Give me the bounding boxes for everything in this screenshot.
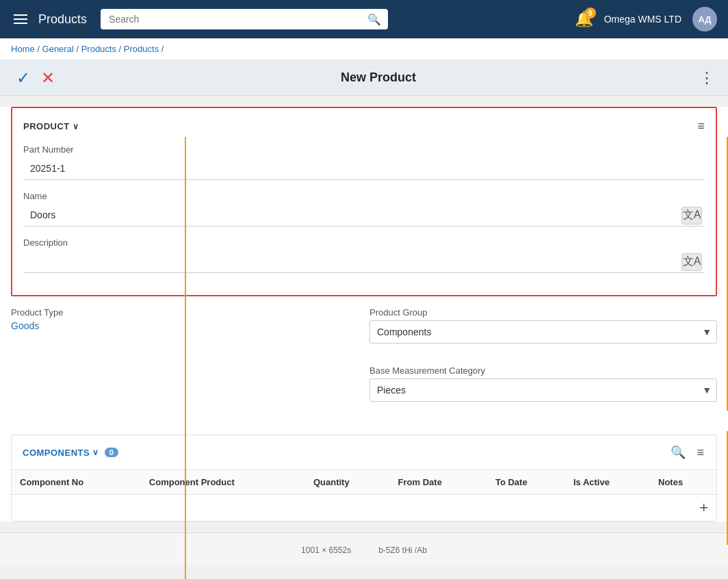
page-wrapper: ✓ ✕ New Product ⋮ PRODUCT ∨ ≡ Part Numbe… bbox=[0, 60, 728, 567]
breadcrumb-general[interactable]: General bbox=[42, 44, 74, 54]
product-section: PRODUCT ∨ ≡ Part Number Name 文A Des bbox=[11, 107, 717, 296]
name-input-wrapper: 文A bbox=[23, 204, 705, 227]
company-name: Omega WMS LTD bbox=[604, 14, 681, 25]
add-component-button[interactable]: + bbox=[699, 500, 708, 515]
bottom-hint-bar: 1001 × 6552s b-5Z6 tHi /Ab bbox=[0, 532, 728, 567]
save-button[interactable]: ✓ bbox=[14, 66, 33, 90]
base-measurement-select[interactable]: Pieces Kilograms Liters bbox=[369, 378, 717, 402]
part-number-field: Part Number bbox=[23, 144, 705, 180]
components-chevron-icon: ∨ bbox=[92, 448, 99, 457]
components-header: COMPONENTS ∨ 0 🔍 ≡ bbox=[12, 435, 716, 470]
col-quantity: Quantity bbox=[305, 470, 390, 495]
header-actions: ✓ ✕ bbox=[14, 66, 57, 90]
product-section-title[interactable]: PRODUCT ∨ bbox=[23, 121, 79, 131]
table-header-row: Component No Component Product Quantity … bbox=[12, 470, 716, 495]
chevron-down-icon: ∨ bbox=[73, 122, 79, 131]
description-field: Description 文A bbox=[23, 237, 705, 273]
form-body: PRODUCT ∨ ≡ Part Number Name 文A Des bbox=[0, 107, 728, 522]
product-type-link[interactable]: Goods bbox=[11, 320, 39, 331]
add-row-container: + bbox=[12, 495, 716, 521]
product-type-label: Product Type bbox=[11, 307, 359, 318]
name-input[interactable] bbox=[23, 204, 705, 227]
top-nav: Products 🔍 🔔 9 Omega WMS LTD АД bbox=[0, 0, 728, 38]
base-measurement-field: Base Measurement Category Pieces Kilogra… bbox=[369, 365, 717, 402]
col-to-date: To Date bbox=[487, 470, 565, 495]
col-component-product: Component Product bbox=[141, 470, 305, 495]
components-menu-button[interactable]: ≡ bbox=[695, 444, 705, 461]
base-measurement-select-wrapper: Pieces Kilograms Liters ▼ bbox=[369, 378, 717, 402]
col-notes: Notes bbox=[650, 470, 716, 495]
notifications-bell[interactable]: 🔔 9 bbox=[575, 10, 593, 28]
fields-row-2: Base Measurement Category Pieces Kilogra… bbox=[0, 365, 728, 424]
col-from-date: From Date bbox=[390, 470, 487, 495]
app-title: Products bbox=[38, 12, 87, 27]
breadcrumb-home[interactable]: Home bbox=[11, 44, 35, 54]
part-number-input[interactable] bbox=[23, 157, 705, 180]
description-label: Description bbox=[23, 237, 705, 248]
breadcrumb-products-1[interactable]: Products bbox=[81, 44, 116, 54]
components-count-badge: 0 bbox=[105, 448, 118, 457]
hamburger-menu[interactable] bbox=[11, 12, 30, 27]
section-header: PRODUCT ∨ ≡ bbox=[23, 119, 705, 133]
fields-row-1: Product Type Goods Product Group Compone… bbox=[0, 307, 728, 365]
col-is-active: Is Active bbox=[565, 470, 650, 495]
product-group-field: Product Group Components Raw Materials F… bbox=[369, 307, 717, 344]
name-field: Name 文A bbox=[23, 191, 705, 227]
spacer bbox=[11, 365, 359, 413]
form-title: New Product bbox=[68, 70, 688, 85]
search-container: 🔍 bbox=[101, 9, 388, 29]
description-translate-icon[interactable]: 文A bbox=[681, 253, 702, 271]
bottom-hint-item-1: 1001 × 6552s bbox=[301, 545, 351, 555]
breadcrumb-products-2[interactable]: Products bbox=[124, 44, 159, 54]
base-measurement-label: Base Measurement Category bbox=[369, 365, 717, 376]
search-icon: 🔍 bbox=[367, 13, 381, 26]
description-input-wrapper: 文A bbox=[23, 250, 705, 273]
components-actions: 🔍 ≡ bbox=[669, 443, 705, 461]
section-menu-icon[interactable]: ≡ bbox=[697, 119, 705, 133]
col-component-no: Component No bbox=[12, 470, 141, 495]
nav-right: 🔔 9 Omega WMS LTD АД bbox=[575, 7, 717, 31]
breadcrumb: Home / General / Products / Products / bbox=[0, 38, 728, 60]
notification-badge: 9 bbox=[585, 8, 596, 18]
more-options-button[interactable]: ⋮ bbox=[699, 69, 714, 87]
components-section: COMPONENTS ∨ 0 🔍 ≡ Component No Componen… bbox=[11, 435, 717, 522]
name-label: Name bbox=[23, 191, 705, 201]
description-input[interactable] bbox=[23, 250, 705, 273]
search-input[interactable] bbox=[101, 9, 388, 29]
product-type-field: Product Type Goods bbox=[11, 307, 359, 344]
bottom-hint-item-2: b-5Z6 tHi /Ab bbox=[378, 545, 427, 555]
components-search-button[interactable]: 🔍 bbox=[669, 443, 687, 461]
product-group-label: Product Group bbox=[369, 307, 717, 318]
translate-icon[interactable]: 文A bbox=[681, 207, 702, 224]
cancel-button[interactable]: ✕ bbox=[38, 66, 57, 90]
product-group-select-wrapper: Components Raw Materials Finished Goods … bbox=[369, 320, 717, 344]
product-group-select[interactable]: Components Raw Materials Finished Goods bbox=[369, 320, 717, 344]
part-number-label: Part Number bbox=[23, 144, 705, 155]
components-table: Component No Component Product Quantity … bbox=[12, 470, 716, 495]
form-header: ✓ ✕ New Product ⋮ bbox=[0, 60, 728, 96]
components-title[interactable]: COMPONENTS ∨ bbox=[23, 448, 99, 458]
avatar[interactable]: АД bbox=[692, 7, 717, 31]
